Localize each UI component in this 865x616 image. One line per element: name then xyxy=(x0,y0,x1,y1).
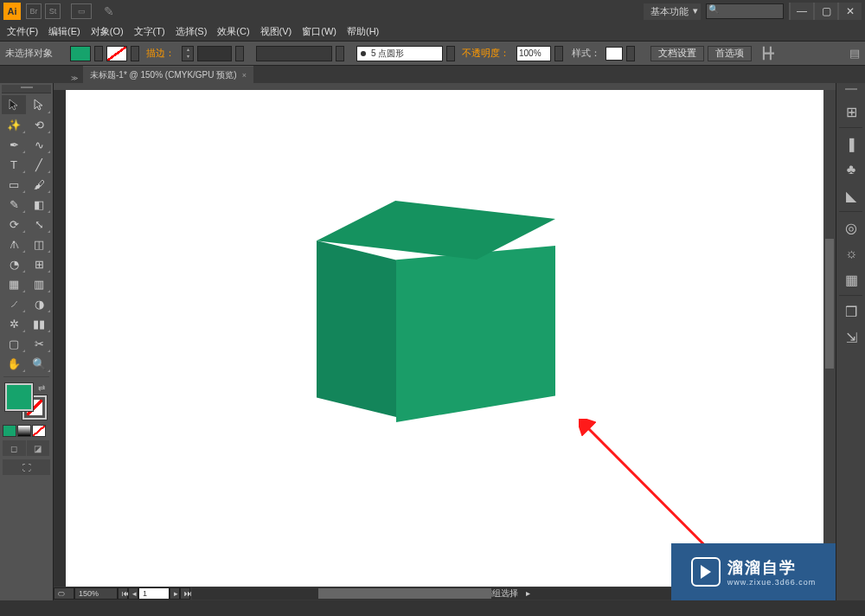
artboard-next-last-icon[interactable]: ⏭ xyxy=(180,587,190,600)
layers-panel-icon[interactable]: ❒ xyxy=(836,298,865,324)
artboard-prev-icon[interactable]: ◂ xyxy=(128,587,138,600)
document-tab[interactable]: 未标题-1* @ 150% (CMYK/GPU 预览) × xyxy=(83,66,253,83)
bridge-icon[interactable]: Br xyxy=(26,3,42,19)
brush-definition[interactable]: 5 点圆形 xyxy=(356,46,443,61)
stroke-dropdown[interactable] xyxy=(131,46,139,61)
screen-mode-icon[interactable]: ⛶ xyxy=(3,459,50,475)
gpu-toggle-icon[interactable]: ⬭ xyxy=(54,587,74,600)
stroke-weight-spinner[interactable]: ▴▾ xyxy=(182,46,194,61)
symbol-sprayer-tool[interactable]: ✲ xyxy=(2,314,26,333)
width-tool[interactable]: ⩚ xyxy=(2,234,26,253)
zoom-tool[interactable]: 🔍 xyxy=(27,354,51,373)
asset-export-icon[interactable]: ⇲ xyxy=(836,324,865,350)
scale-tool[interactable]: ⤡ xyxy=(27,215,51,234)
cube-artwork[interactable] xyxy=(317,201,555,417)
color-mode-none[interactable] xyxy=(32,425,46,437)
minimize-button[interactable]: — xyxy=(791,3,813,20)
menu-window[interactable]: 窗口(W) xyxy=(297,23,342,40)
curvature-tool[interactable]: ∿ xyxy=(27,135,51,154)
preferences-button[interactable]: 首选项 xyxy=(708,46,752,61)
close-button[interactable]: ✕ xyxy=(839,3,862,20)
tab-close-icon[interactable]: × xyxy=(242,71,247,80)
search-input[interactable] xyxy=(706,3,784,19)
tools-panel-grip[interactable] xyxy=(2,85,51,93)
menu-select[interactable]: 选择(S) xyxy=(170,23,213,40)
swap-fill-stroke-icon[interactable]: ⇄ xyxy=(38,383,45,393)
free-transform-tool[interactable]: ◫ xyxy=(27,234,51,253)
eyedropper-tool[interactable]: ⟋ xyxy=(2,294,26,313)
shape-builder-tool[interactable]: ◔ xyxy=(2,254,26,273)
fill-dropdown[interactable] xyxy=(94,46,103,61)
vertical-scrollbar[interactable] xyxy=(823,90,836,587)
mesh-tool[interactable]: ▦ xyxy=(2,274,26,293)
lasso-tool[interactable]: ⟲ xyxy=(27,115,51,134)
stock-icon[interactable]: St xyxy=(45,3,61,19)
brushes-panel-icon[interactable]: ♣ xyxy=(836,157,865,183)
align-icon[interactable]: ┣╋ xyxy=(760,47,774,60)
zoom-level[interactable]: 150% xyxy=(74,587,118,600)
document-setup-button[interactable]: 文档设置 xyxy=(650,46,704,61)
stroke-weight-dd[interactable] xyxy=(235,46,244,61)
opacity-input[interactable] xyxy=(516,46,551,61)
menu-effect[interactable]: 效果(C) xyxy=(212,23,254,40)
options-menu-icon[interactable]: ▤ xyxy=(849,47,860,60)
arrange-icon[interactable]: ▭ xyxy=(71,3,92,19)
menu-file[interactable]: 文件(F) xyxy=(2,23,43,40)
graphic-style-swatch[interactable] xyxy=(606,47,623,61)
eraser-tool[interactable]: ◧ xyxy=(27,195,51,214)
menu-view[interactable]: 视图(V) xyxy=(255,23,298,40)
properties-panel-icon[interactable]: ⊞ xyxy=(836,99,865,125)
menu-help[interactable]: 帮助(H) xyxy=(342,23,384,40)
stroke-weight-input[interactable] xyxy=(197,46,232,61)
color-mode-gradient[interactable] xyxy=(17,425,31,437)
gradient-tool[interactable]: ▥ xyxy=(27,274,51,293)
swatches-panel-icon[interactable]: ▦ xyxy=(836,266,865,292)
libraries-panel-icon[interactable]: ❚ xyxy=(836,131,865,157)
pencil-tool[interactable]: ✎ xyxy=(2,195,26,214)
artboard-prev-first-icon[interactable]: ⏮ xyxy=(118,587,128,600)
feather-icon[interactable]: ✎ xyxy=(104,4,114,18)
hscroll-thumb[interactable] xyxy=(318,588,491,599)
menu-type[interactable]: 文字(T) xyxy=(129,23,170,40)
fill-swatch[interactable] xyxy=(70,46,91,61)
artboard[interactable] xyxy=(66,90,823,587)
artboard-number[interactable]: 1 xyxy=(138,587,170,600)
fill-indicator[interactable] xyxy=(5,383,33,411)
artboard-next-icon[interactable]: ▸ xyxy=(170,587,180,600)
column-graph-tool[interactable]: ▮▮ xyxy=(27,314,51,333)
selection-tool[interactable] xyxy=(2,95,26,114)
menu-edit[interactable]: 编辑(E) xyxy=(43,23,86,40)
line-tool[interactable]: ╱ xyxy=(27,155,51,174)
hand-tool[interactable]: ✋ xyxy=(2,354,26,373)
workspace-selector[interactable]: 基本功能 xyxy=(644,3,701,20)
color-mode-solid[interactable] xyxy=(3,425,16,437)
slice-tool[interactable]: ✂ xyxy=(27,334,51,353)
draw-behind-icon[interactable]: ◪ xyxy=(27,440,50,456)
color-panel-icon[interactable]: ☼ xyxy=(836,241,865,266)
draw-normal-icon[interactable]: ◻ xyxy=(3,440,26,456)
symbols-panel-icon[interactable]: ◣ xyxy=(836,183,865,209)
vscroll-thumb[interactable] xyxy=(825,239,834,369)
opacity-dd[interactable] xyxy=(554,46,563,61)
perspective-grid-tool[interactable]: ⊞ xyxy=(27,254,51,273)
style-dd[interactable] xyxy=(626,46,635,61)
blend-tool[interactable]: ◑ xyxy=(27,294,51,313)
expand-tabs-icon[interactable]: ≫ xyxy=(71,74,80,83)
rotate-tool[interactable]: ⟳ xyxy=(2,215,26,234)
profile-dd[interactable] xyxy=(336,46,344,61)
rectangle-tool[interactable]: ▭ xyxy=(2,175,26,194)
variable-width-profile[interactable] xyxy=(256,46,332,61)
brush-dd[interactable] xyxy=(446,46,455,61)
magic-wand-tool[interactable]: ✨ xyxy=(2,115,26,134)
right-panel-grip[interactable] xyxy=(836,87,865,95)
cc-library-icon[interactable]: ◎ xyxy=(836,215,865,241)
direct-selection-tool[interactable] xyxy=(27,95,51,114)
artboard-tool[interactable]: ▢ xyxy=(2,334,26,353)
maximize-button[interactable]: ▢ xyxy=(815,3,837,20)
menu-object[interactable]: 对象(O) xyxy=(86,23,129,40)
fill-stroke-control[interactable]: ⇄ xyxy=(5,383,48,420)
paintbrush-tool[interactable]: 🖌 xyxy=(27,175,51,194)
type-tool[interactable]: T xyxy=(2,155,26,174)
stroke-swatch[interactable] xyxy=(106,46,127,61)
pen-tool[interactable]: ✒ xyxy=(2,135,26,154)
